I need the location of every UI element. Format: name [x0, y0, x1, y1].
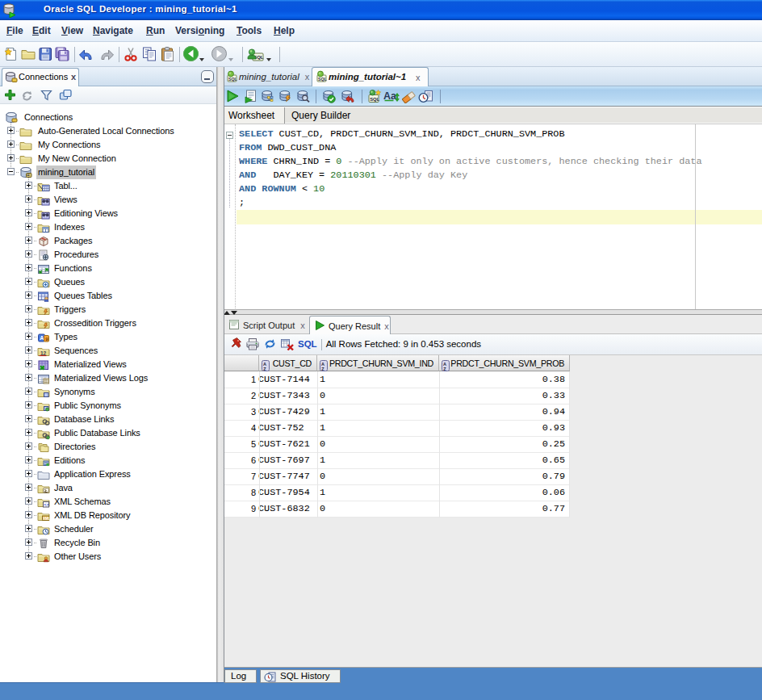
- svg-text:<>: <>: [44, 502, 48, 507]
- svg-text:XML: XML: [43, 517, 50, 521]
- svg-text:A: A: [40, 335, 44, 341]
- svg-text:SQL: SQL: [318, 77, 327, 82]
- svg-text:SQL: SQL: [370, 97, 379, 102]
- svg-text:SQL: SQL: [228, 77, 237, 82]
